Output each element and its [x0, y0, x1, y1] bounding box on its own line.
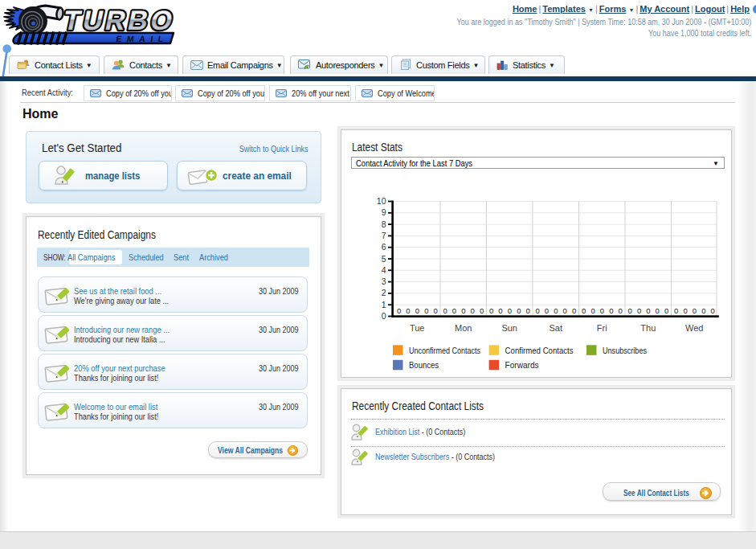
svg-text:0: 0 [406, 306, 410, 315]
svg-text:10: 10 [377, 196, 386, 206]
svg-text:0: 0 [618, 306, 622, 315]
svg-text:8: 8 [382, 219, 386, 229]
svg-text:0: 0 [471, 306, 475, 315]
svg-text:0: 0 [536, 306, 540, 315]
svg-text:Wed: Wed [685, 323, 703, 333]
svg-text:0: 0 [656, 306, 660, 315]
svg-text:6: 6 [382, 242, 386, 252]
svg-text:4: 4 [382, 265, 386, 275]
svg-text:Mon: Mon [455, 323, 472, 333]
svg-text:0: 0 [424, 306, 428, 315]
svg-text:0: 0 [590, 306, 595, 315]
svg-text:0: 0 [563, 306, 567, 315]
svg-text:0: 0 [508, 306, 512, 315]
svg-text:Tue: Tue [410, 323, 425, 333]
svg-text:2: 2 [382, 288, 386, 297]
svg-text:5: 5 [382, 254, 386, 264]
svg-text:0: 0 [525, 306, 529, 315]
svg-text:Thu: Thu [640, 323, 656, 333]
svg-text:0: 0 [572, 306, 576, 315]
svg-text:0: 0 [452, 306, 456, 315]
svg-text:EMAIL: EMAIL [116, 34, 170, 43]
svg-text:0: 0 [646, 306, 650, 315]
svg-text:0: 0 [710, 306, 714, 315]
svg-text:0: 0 [489, 306, 493, 315]
svg-text:0: 0 [382, 311, 386, 321]
svg-text:Forwards: Forwards [505, 360, 539, 370]
svg-text:Sat: Sat [550, 323, 563, 333]
svg-text:0: 0 [517, 306, 521, 315]
svg-text:0: 0 [683, 306, 687, 315]
svg-text:TURBO: TURBO [61, 5, 178, 35]
svg-text:0: 0 [600, 306, 604, 315]
svg-text:0: 0 [554, 306, 558, 315]
svg-text:0: 0 [415, 306, 419, 315]
svg-text:0: 0 [701, 306, 705, 315]
svg-text:9: 9 [382, 207, 386, 217]
svg-text:0: 0 [498, 306, 502, 315]
svg-text:3: 3 [382, 277, 386, 286]
svg-text:0: 0 [461, 306, 465, 315]
svg-text:1: 1 [382, 300, 386, 309]
svg-text:0: 0 [545, 306, 549, 315]
svg-text:0: 0 [480, 306, 484, 315]
svg-text:0: 0 [628, 306, 632, 315]
svg-text:0: 0 [637, 306, 641, 315]
svg-text:0: 0 [397, 306, 401, 315]
svg-text:Fri: Fri [597, 323, 607, 333]
svg-text:0: 0 [582, 306, 586, 315]
svg-text:0: 0 [664, 306, 668, 315]
svg-text:0: 0 [433, 306, 437, 315]
svg-text:0: 0 [609, 306, 613, 315]
svg-text:Sun: Sun [501, 323, 517, 333]
svg-text:Confirmed Contacts: Confirmed Contacts [505, 346, 574, 355]
svg-text:0: 0 [443, 306, 447, 315]
svg-text:Unconfirmed Contacts: Unconfirmed Contacts [409, 346, 480, 355]
svg-text:Unsubscribes: Unsubscribes [603, 346, 647, 355]
svg-text:7: 7 [382, 231, 386, 240]
svg-text:0: 0 [693, 306, 697, 315]
svg-text:0: 0 [674, 306, 678, 315]
svg-text:Bounces: Bounces [409, 360, 439, 370]
